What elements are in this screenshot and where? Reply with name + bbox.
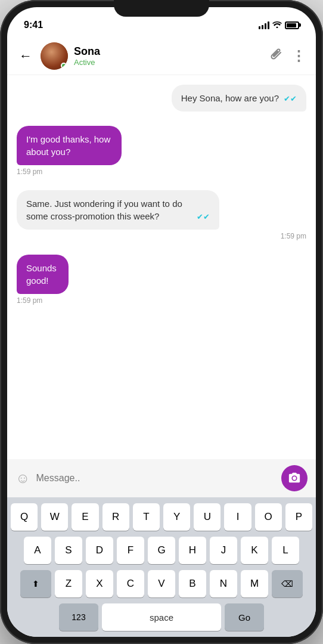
header-actions: ⋮ — [270, 48, 306, 64]
key-y[interactable]: Y — [163, 503, 190, 531]
messages-area: Hey Sona, how are you? ✔✔ I'm good thank… — [7, 75, 316, 459]
delete-key[interactable]: ⌫ — [272, 570, 303, 597]
input-area: ☺ — [7, 459, 316, 497]
message-row: Hey Sona, how are you? ✔✔ — [17, 85, 306, 112]
key-m[interactable]: M — [241, 570, 268, 597]
key-r[interactable]: R — [103, 503, 129, 531]
message-text: Sounds good! — [26, 263, 57, 286]
message-row: I'm good thanks, how about you? 1:59 pm — [17, 126, 306, 176]
key-c[interactable]: C — [117, 570, 144, 597]
key-t[interactable]: T — [133, 503, 160, 531]
message-timestamp: 1:59 pm — [17, 232, 306, 240]
attach-icon[interactable] — [270, 48, 282, 64]
key-a[interactable]: A — [24, 537, 51, 564]
key-g[interactable]: G — [148, 537, 175, 564]
keyboard-row-1: Q W E R T Y U I O P — [11, 503, 312, 531]
emoji-button[interactable]: ☺ — [15, 470, 30, 487]
message-timestamp: 1:59 pm — [17, 168, 167, 176]
numbers-key[interactable]: 123 — [59, 603, 98, 631]
key-p[interactable]: P — [285, 503, 312, 531]
message-text: Hey Sona, how are you? — [181, 92, 279, 104]
active-indicator — [61, 63, 67, 69]
go-key[interactable]: Go — [225, 603, 264, 631]
message-input[interactable] — [36, 473, 275, 484]
key-x[interactable]: X — [86, 570, 113, 597]
keyboard-bottom-row: 123 space Go — [11, 603, 312, 631]
message-bubble-received: Sounds good! — [17, 255, 69, 294]
battery-icon — [285, 21, 299, 29]
key-q[interactable]: Q — [11, 503, 38, 531]
space-key[interactable]: space — [102, 603, 221, 631]
wifi-icon — [272, 20, 282, 30]
signal-icon — [259, 21, 269, 29]
key-d[interactable]: D — [86, 537, 113, 564]
status-icons — [259, 20, 299, 30]
keyboard-row-2: A S D F G H J K L — [11, 537, 312, 564]
key-i[interactable]: I — [224, 503, 251, 531]
message-bubble-sent: Same. Just wondering if you want to do s… — [17, 190, 219, 230]
message-text: I'm good thanks, how about you? — [26, 134, 110, 157]
key-l[interactable]: L — [272, 537, 299, 564]
camera-button[interactable] — [281, 465, 308, 491]
status-time: 9:41 — [24, 20, 43, 30]
key-f[interactable]: F — [117, 537, 144, 564]
notch — [114, 0, 209, 17]
key-u[interactable]: U — [194, 503, 220, 531]
message-bubble-received: I'm good thanks, how about you? — [17, 126, 122, 165]
key-e[interactable]: E — [72, 503, 98, 531]
contact-name: Sona — [74, 45, 264, 58]
chat-header: ← Sona Active ⋮ — [7, 37, 316, 75]
avatar[interactable] — [41, 42, 68, 70]
key-s[interactable]: S — [55, 537, 82, 564]
contact-status: Active — [74, 58, 264, 67]
keyboard-row-3: ⬆ Z X C V B N M ⌫ — [11, 570, 312, 597]
phone-frame: 9:41 ← Sona Active — [0, 0, 323, 644]
message-row: Same. Just wondering if you want to do s… — [17, 190, 306, 240]
message-text: Same. Just wondering if you want to do s… — [26, 197, 192, 222]
message-bubble-sent: Hey Sona, how are you? ✔✔ — [172, 85, 306, 112]
phone-screen: 9:41 ← Sona Active — [7, 7, 316, 637]
key-h[interactable]: H — [179, 537, 206, 564]
keyboard: Q W E R T Y U I O P A S D F G H J K — [7, 497, 316, 637]
key-b[interactable]: B — [179, 570, 206, 597]
key-v[interactable]: V — [148, 570, 175, 597]
read-tick: ✔✔ — [284, 94, 297, 104]
key-w[interactable]: W — [41, 503, 68, 531]
key-z[interactable]: Z — [55, 570, 82, 597]
key-k[interactable]: K — [241, 537, 268, 564]
key-j[interactable]: J — [210, 537, 237, 564]
key-n[interactable]: N — [210, 570, 237, 597]
more-icon[interactable]: ⋮ — [291, 48, 306, 64]
message-timestamp: 1:59 pm — [17, 296, 91, 305]
shift-key[interactable]: ⬆ — [20, 570, 51, 597]
key-o[interactable]: O — [255, 503, 282, 531]
read-tick: ✔✔ — [197, 212, 210, 222]
message-row: Sounds good! 1:59 pm — [17, 255, 306, 305]
back-button[interactable]: ← — [17, 46, 35, 66]
header-info: Sona Active — [74, 45, 264, 67]
